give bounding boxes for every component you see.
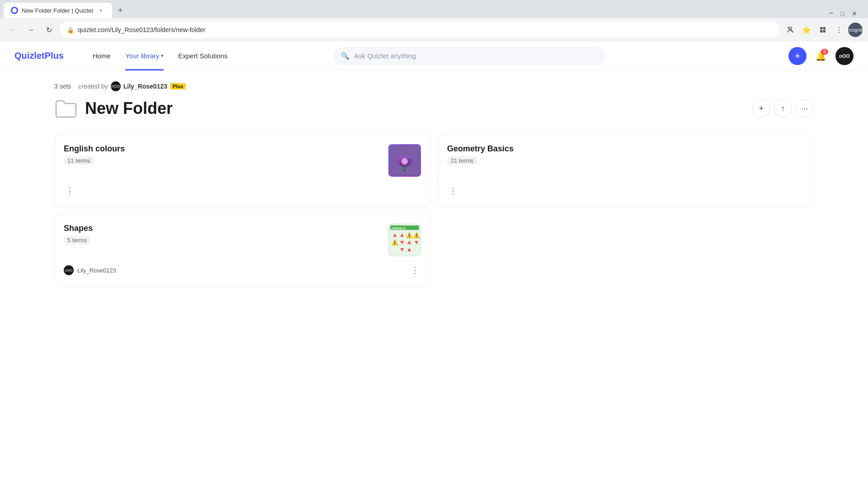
svg-point-12 (401, 158, 408, 164)
nav-home-label: Home (93, 52, 111, 60)
address-bar[interactable]: 🔒 quizlet.com/Lily_Rose0123/folders/new-… (60, 22, 779, 38)
folder-title: New Folder (85, 99, 173, 118)
card-avatar-img: nOO (65, 268, 73, 272)
nav-expert-solutions[interactable]: Expert Solutions (171, 42, 235, 70)
create-button[interactable]: + (788, 47, 807, 65)
window-close[interactable]: ✕ (852, 10, 857, 17)
chrome-menu[interactable]: ⋮ (832, 23, 846, 37)
plus-icon: + (759, 104, 764, 113)
svg-text:🔺: 🔺 (406, 239, 413, 246)
lock-icon: 🔒 (67, 27, 74, 33)
logo[interactable]: QuizletPlus (14, 51, 64, 61)
svg-rect-6 (823, 30, 826, 33)
kebab-menu-geometry-basics[interactable]: ⋮ (447, 184, 459, 197)
svg-rect-3 (820, 27, 822, 29)
forward-button[interactable]: → (24, 23, 38, 37)
set-title: English colours (64, 144, 381, 154)
kebab-menu-shapes[interactable]: ⋮ (409, 263, 421, 277)
browser-tabs: New Folder Folder | Quizlet × + − □ ✕ (0, 0, 868, 18)
svg-text:🔺: 🔺 (398, 231, 406, 239)
set-card-english-colours[interactable]: English colours 11 terms (54, 135, 430, 207)
created-by-label: created by (78, 83, 108, 90)
set-title: Geometry Basics (447, 144, 804, 154)
more-options-button[interactable]: ··· (796, 99, 814, 117)
incognito-icon[interactable] (783, 23, 797, 37)
share-icon: ↑ (781, 104, 785, 113)
svg-point-0 (12, 8, 17, 13)
tab-title: New Folder Folder | Quizlet (22, 7, 93, 14)
share-folder-button[interactable]: ↑ (774, 99, 792, 117)
extensions-icon[interactable] (816, 23, 830, 37)
tab-close-button[interactable]: × (97, 6, 105, 14)
add-to-folder-button[interactable]: + (752, 99, 770, 117)
nav-items: Home Your library ▾ Expert Solutions (85, 42, 235, 70)
folder-meta: 3 sets created by nOO Lily_Rose0123 Plus (54, 81, 814, 91)
new-tab-button[interactable]: + (114, 4, 127, 17)
svg-text:🔺: 🔺 (406, 246, 413, 253)
set-terms: 21 terms (447, 156, 477, 165)
active-tab[interactable]: New Folder Folder | Quizlet × (4, 3, 112, 18)
set-card-top: English colours 11 terms (64, 144, 421, 177)
profile-button[interactable]: Incognito (848, 23, 863, 37)
creator-avatar-img: nOO (111, 84, 120, 89)
set-card-geometry-basics[interactable]: Geometry Basics 21 terms ⋮ (438, 135, 814, 207)
top-nav: QuizletPlus Home Your library ▾ Expert S… (0, 42, 868, 70)
nav-right: + 🔔 8 nOO (788, 47, 854, 65)
folder-icon (54, 97, 78, 120)
kebab-menu-english-colours[interactable]: ⋮ (64, 184, 75, 197)
svg-rect-5 (820, 30, 822, 33)
window-restore[interactable]: □ (841, 10, 844, 17)
nav-your-library[interactable]: Your library ▾ (118, 42, 171, 70)
tab-favicon (11, 7, 18, 14)
set-card-bottom-shapes: nOO Lily_Rose0123 ⋮ (64, 256, 421, 277)
browser-toolbar: ← → ↻ 🔒 quizlet.com/Lily_Rose0123/folder… (0, 18, 868, 42)
search-placeholder: Ask Quizlet anything (354, 52, 416, 60)
notification-button[interactable]: 🔔 8 (812, 47, 830, 65)
profile-label: Incognito (846, 28, 865, 33)
set-thumbnail (388, 144, 421, 177)
user-avatar[interactable]: nOO (835, 47, 854, 65)
svg-rect-4 (823, 27, 826, 29)
card-user-avatar: nOO (64, 265, 74, 275)
creator-avatar: nOO (111, 81, 121, 91)
svg-rect-13 (404, 167, 406, 172)
svg-text:⚠️: ⚠️ (391, 239, 399, 246)
refresh-button[interactable]: ↻ (42, 23, 56, 37)
folder-actions: + ↑ ··· (752, 99, 814, 117)
set-title: Shapes (64, 224, 381, 233)
search-bar[interactable]: 🔍 Ask Quizlet anything (334, 47, 605, 65)
set-card-info: Geometry Basics 21 terms (447, 144, 804, 165)
set-card-info: Shapes 5 terms (64, 224, 381, 244)
ellipsis-icon: ··· (801, 104, 808, 113)
bookmark-icon[interactable]: ⭐ (799, 23, 814, 37)
nav-home[interactable]: Home (85, 42, 118, 70)
browser-chrome: New Folder Folder | Quizlet × + − □ ✕ ← … (0, 0, 868, 42)
search-icon: 🔍 (341, 52, 349, 60)
svg-text:🔺: 🔺 (391, 231, 399, 239)
notification-badge: 8 (821, 49, 828, 55)
set-card-shapes[interactable]: Shapes 5 terms ANIMALS 🔺 🔺 ⚠️ (54, 214, 430, 286)
cards-grid: English colours 11 terms (54, 135, 814, 286)
svg-text:⚠️: ⚠️ (413, 231, 420, 239)
set-card-user: nOO Lily_Rose0123 (64, 265, 116, 275)
svg-text:🔻: 🔻 (413, 239, 420, 246)
set-thumbnail-shapes: ANIMALS 🔺 🔺 ⚠️ ⚠️ ⚠️ 🔻 🔺 🔻 🔻 🔺 (388, 224, 421, 256)
creator-name[interactable]: Lily_Rose0123 (123, 83, 167, 90)
set-card-bottom: ⋮ (447, 177, 804, 197)
svg-text:⚠️: ⚠️ (406, 231, 413, 239)
main-content: 3 sets created by nOO Lily_Rose0123 Plus… (0, 70, 868, 488)
nav-your-library-label: Your library (125, 52, 159, 60)
set-terms: 11 terms (64, 156, 94, 165)
back-button[interactable]: ← (5, 23, 20, 37)
svg-text:ANIMALS: ANIMALS (391, 227, 406, 230)
nav-expert-solutions-label: Expert Solutions (178, 52, 227, 60)
set-card-bottom: ⋮ (64, 177, 421, 197)
chevron-down-icon: ▾ (161, 53, 164, 59)
svg-text:🔻: 🔻 (398, 246, 406, 253)
window-minimize[interactable]: − (829, 9, 834, 18)
set-card-top: Shapes 5 terms ANIMALS 🔺 🔺 ⚠️ (64, 224, 421, 256)
set-card-info: English colours 11 terms (64, 144, 381, 165)
set-terms: 5 terms (64, 236, 90, 244)
address-text: quizlet.com/Lily_Rose0123/folders/new-fo… (78, 26, 205, 33)
plus-badge: Plus (170, 83, 186, 89)
